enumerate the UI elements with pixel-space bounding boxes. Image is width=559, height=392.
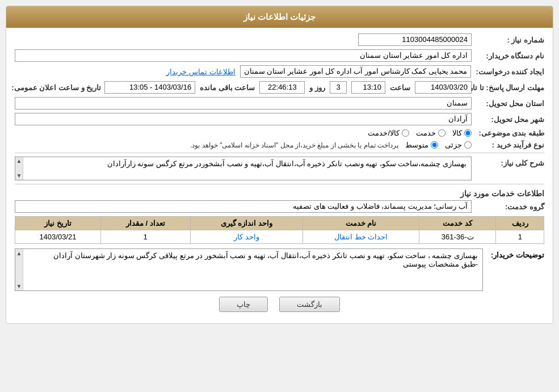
cell-nam: احداث خط انتقال [303, 230, 419, 244]
shahr-value: آرادان [15, 113, 472, 125]
tabaqe-label: طبقه بندی موضوعی: [476, 129, 544, 137]
roz-label: روز و [309, 83, 325, 92]
nam-dastgah-value: اداره کل امور عشایر استان سمنان [15, 49, 472, 62]
description-value: بهسازی چشمه ، ساخت سکو، تهیه و نصب تانکر… [18, 251, 480, 268]
nam-dastgah-label: نام دستگاه خریدار: [476, 52, 544, 60]
cell-tarikh: 1403/03/21 [15, 230, 101, 244]
page-title: جزئیات اطلاعات نیاز [6, 6, 553, 28]
contact-info-link[interactable]: اطلاعات تماس خریدار [166, 68, 235, 76]
scroll-down-icon[interactable]: ▼ [16, 173, 22, 179]
mohlat-row: مهلت ارسال پاسخ: تا تاریخ: 1403/03/20 سا… [15, 81, 544, 94]
ijad-konande-row: ایجاد کننده درخواست: محمد یحیایی کمک کار… [15, 65, 544, 78]
ostan-row: استان محل تحویل: سمنان [15, 97, 544, 109]
description-label: توضیحات خریدار: [487, 251, 544, 259]
scroll-up-icon[interactable]: ▲ [16, 158, 22, 164]
description-scrollbar: ▲ ▼ [15, 249, 23, 290]
mohlat-date: 1403/03/20 [415, 81, 472, 94]
print-button[interactable]: چاپ [219, 297, 268, 312]
time-label: ساعت [390, 83, 410, 92]
ostan-value: سمنان [15, 97, 472, 109]
sharh-container: ▲ ▼ بهسازی چشمه،ساخت سکو، تهیه ونصب تانک… [15, 157, 472, 180]
back-button[interactable]: بازگشت [279, 297, 340, 312]
tabaqe-kala-item[interactable]: کالا [452, 129, 472, 137]
ijad-konande-value: محمد یحیایی کمک کارشناس امور آب اداره کل… [240, 65, 472, 78]
shahr-row: شهر محل تحویل: آرادان [15, 113, 544, 125]
nam-dastgah-row: نام دستگاه خریدار: اداره کل امور عشایر ا… [15, 49, 544, 62]
farayand-jozi-label: جزئی [445, 141, 462, 149]
tabaqe-kala-label: کالا [452, 129, 462, 137]
cell-tedad: 1 [100, 230, 190, 244]
col-kod: کد خدمت [419, 217, 496, 230]
tabaqe-khedmat-label: خدمت [416, 129, 436, 137]
tabaqe-kala-khedmat-label: کالا/خدمت [368, 129, 400, 137]
shomara-niaz-row: شماره نیاز : 1103004485000024 [15, 33, 544, 46]
farayand-note-text: پرداخت تمام يا بخشى از مبلغ خريد،از محل … [190, 141, 398, 149]
col-vahed: واحد اندازه گیری [190, 217, 303, 230]
mohlat-label: مهلت ارسال پاسخ: تا تاریخ: [476, 83, 544, 92]
button-row: بازگشت چاپ [15, 297, 544, 318]
sharh-label: شرح کلی نیاز: [476, 159, 544, 167]
desc-scroll-up-icon[interactable]: ▲ [16, 250, 22, 256]
farayand-jozi-radio[interactable] [464, 141, 472, 149]
ijad-konande-label: ایجاد کننده درخواست: [476, 68, 544, 76]
tabaqe-row: طبقه بندی موضوعی: کالا خدمت کالا/خدمت [15, 129, 544, 137]
farayand-jozi-item[interactable]: جزئی [445, 141, 472, 149]
ostan-label: استان محل تحویل: [476, 99, 544, 108]
remaining-value: 22:46:13 [259, 81, 305, 94]
main-card: جزئیات اطلاعات نیاز شماره نیاز : 1103004… [6, 6, 553, 324]
col-tedad: تعداد / مقدار [100, 217, 190, 230]
cell-radif: 1 [496, 230, 544, 244]
farayand-motavasset-label: متوسط [405, 141, 428, 149]
desc-scroll-down-icon[interactable]: ▼ [16, 283, 22, 289]
sharh-scrollbar: ▲ ▼ [15, 157, 23, 180]
cell-kod: ت-36-361 [419, 230, 496, 244]
noye-farayand-options: جزئی متوسط پرداخت تمام يا بخشى از مبلغ خ… [190, 141, 472, 149]
time-value: 13:10 [351, 81, 385, 94]
remaining-label: ساعت باقی مانده [200, 83, 255, 92]
table-row: 1ت-36-361احداث خط انتقالواحد کار11403/03… [15, 230, 544, 244]
col-tarikh: تاریخ نیاز [15, 217, 101, 230]
services-table: ردیف کد خدمت نام خدمت واحد اندازه گیری ت… [15, 216, 544, 244]
sharh-row: شرح کلی نیاز: ▲ ▼ بهسازی چشمه،ساخت سکو، … [15, 157, 544, 180]
shomara-niaz-value: 1103004485000024 [358, 33, 472, 46]
roz-value: 3 [330, 81, 347, 94]
farayand-note-item: پرداخت تمام يا بخشى از مبلغ خريد،از محل … [190, 141, 398, 149]
shahr-label: شهر محل تحویل: [476, 115, 544, 124]
tabaqe-khedmat-item[interactable]: خدمت [416, 129, 445, 137]
tarikh-aalan-value: 1403/03/16 - 13:05 [104, 81, 195, 94]
tabaqe-kala-khedmat-item[interactable]: کالا/خدمت [368, 129, 409, 137]
farayand-motavasset-radio[interactable] [431, 141, 438, 149]
tabaqe-khedmat-radio[interactable] [438, 129, 445, 137]
farayand-motavasset-item[interactable]: متوسط [405, 141, 438, 149]
noye-farayand-row: نوع فرآیند خرید : جزئی متوسط پرداخت تمام… [15, 141, 544, 149]
service-group-label: گروه خدمت: [476, 203, 544, 211]
sharh-value: بهسازی چشمه،ساخت سکو، تهیه ونصب تانکر ذخ… [15, 157, 471, 180]
service-group-value: آب رسانی؛ مدیریت پسماند، فاضلاب و فعالیت… [15, 200, 472, 213]
shomara-niaz-label: شماره نیاز : [476, 36, 544, 44]
description-area: توضیحات خریدار: ▲ ▼ بهسازی چشمه ، ساخت س… [15, 248, 544, 291]
tabaqe-kala-radio[interactable] [464, 129, 472, 137]
col-radif: ردیف [496, 217, 544, 230]
service-group-row: گروه خدمت: آب رسانی؛ مدیریت پسماند، فاضل… [15, 200, 544, 213]
col-nam: نام خدمت [303, 217, 419, 230]
tarikh-aalan-label: تاریخ و ساعت اعلان عمومی: [11, 83, 101, 92]
tabaqe-kala-khedmat-radio[interactable] [402, 129, 409, 137]
description-box: ▲ ▼ بهسازی چشمه ، ساخت سکو، تهیه و نصب ت… [15, 248, 483, 291]
tabaqe-options: کالا خدمت کالا/خدمت [368, 129, 472, 137]
cell-vahed: واحد کار [190, 230, 303, 244]
noye-farayand-label: نوع فرآیند خرید : [476, 141, 544, 149]
section-services-title: اطلاعات خدمات مورد نیاز [15, 189, 544, 198]
